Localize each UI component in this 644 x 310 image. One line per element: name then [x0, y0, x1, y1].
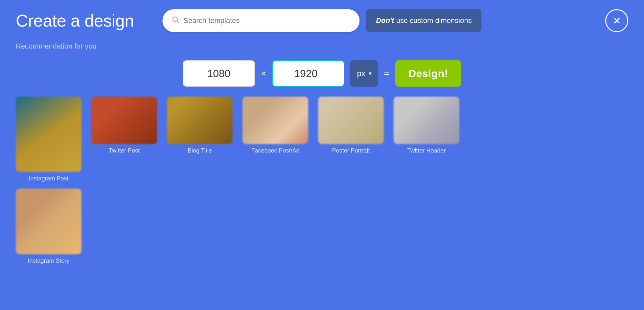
list-item[interactable]: Instagram Story [16, 189, 81, 264]
use-custom-text: use custom dimensions [394, 16, 472, 25]
thumbnail-image [394, 96, 459, 144]
custom-dimensions-button[interactable]: Don't use custom dimensions [366, 9, 481, 32]
list-item[interactable]: Facebook Post/Ad [242, 96, 308, 154]
unit-label: px [357, 69, 365, 78]
close-icon: ✕ [613, 15, 621, 27]
header-center: Don't use custom dimensions [162, 9, 481, 32]
list-item[interactable]: Blog Title [167, 96, 233, 154]
thumbnail-image [318, 96, 384, 144]
width-input[interactable] [183, 60, 255, 87]
dimensions-separator: × [261, 68, 266, 79]
thumbnail-label: Facebook Post/Ad [251, 147, 299, 154]
close-button[interactable]: ✕ [605, 9, 628, 32]
thumbnail-label: Twitter Post [109, 147, 140, 154]
thumbnail-label: Instagram Post [29, 175, 68, 182]
dimensions-row: × px ▾ = Design! [0, 60, 644, 87]
chevron-down-icon: ▾ [369, 70, 372, 77]
list-item[interactable]: Poster Portrait [318, 96, 384, 154]
thumbnails-row-1: Instagram Post Twitter Post Blog Title F… [0, 96, 644, 182]
section-label: Recommendation for you [0, 39, 644, 57]
thumbnail-label: Poster Portrait [332, 147, 370, 154]
thumbnail-image [91, 96, 157, 144]
thumbnails-row-2: Instagram Story [0, 182, 644, 264]
thumbnail-label: Instagram Story [28, 258, 69, 264]
design-button[interactable]: Design! [395, 60, 461, 87]
unit-selector[interactable]: px ▾ [350, 60, 378, 87]
thumbnail-image [16, 189, 81, 254]
thumbnail-image [242, 96, 308, 144]
thumbnail-image [167, 96, 233, 144]
height-input[interactable] [272, 60, 344, 87]
equals-sign: = [384, 68, 389, 79]
search-container [162, 9, 359, 32]
thumbnail-label: Blog Title [188, 147, 212, 154]
search-input[interactable] [183, 16, 350, 25]
header: Create a design Don't use custom dimensi… [0, 0, 644, 39]
thumbnail-label: Twitter Header [407, 147, 446, 154]
search-icon [172, 16, 179, 26]
list-item[interactable]: Twitter Header [394, 96, 459, 154]
list-item[interactable]: Twitter Post [91, 96, 157, 154]
svg-line-1 [177, 21, 179, 23]
page-title: Create a design [16, 11, 134, 31]
list-item[interactable]: Instagram Post [16, 96, 81, 182]
thumbnail-image [16, 96, 81, 172]
dont-text: Don't [376, 16, 394, 25]
